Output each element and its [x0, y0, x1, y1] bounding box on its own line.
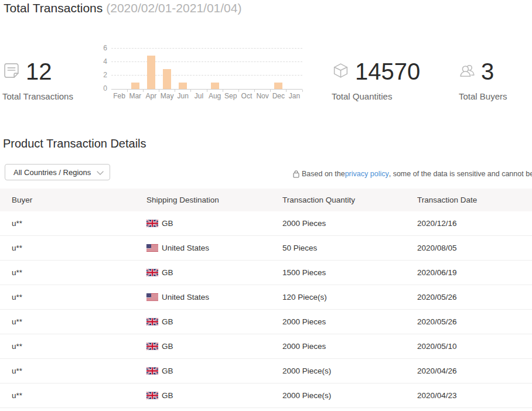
x-tick-label: Nov — [256, 92, 268, 100]
quantity-cell: 120 Piece(s) — [282, 293, 417, 302]
transactions-table: Buyer Shipping Destination Transaction Q… — [0, 189, 532, 408]
privacy-text-suffix: , some of the data is sensitive and cann… — [389, 170, 532, 178]
gb-flag-icon — [146, 220, 158, 227]
chart-plot: 0246FebMarAprMayJunJulAugSepOctNovDecJan — [111, 49, 302, 90]
stat-total-buyers: 3 Total Buyers — [459, 60, 507, 101]
bar-jun — [179, 83, 187, 90]
x-tick-label: May — [161, 92, 174, 100]
x-tick-label: Apr — [146, 92, 157, 100]
document-icon — [2, 61, 21, 82]
destination-cell: GB — [146, 268, 282, 277]
destination-label: GB — [162, 391, 173, 400]
gb-flag-icon — [146, 318, 158, 326]
stat-total-quantities: 14570 Total Quantities — [332, 60, 420, 101]
buyer-cell: u** — [12, 391, 146, 400]
x-tick-label: Dec — [272, 92, 285, 100]
privacy-notice: Based on the privacy policy , some of th… — [293, 169, 532, 179]
x-tick-label: Jul — [195, 92, 203, 100]
buyers-icon — [459, 62, 476, 81]
quantity-cell: 2000 Pieces — [282, 219, 417, 228]
gridline — [111, 48, 302, 49]
page-title-text: Total Transactions — [4, 1, 103, 15]
buyer-cell: u** — [12, 317, 146, 326]
y-tick-label: 6 — [103, 44, 107, 52]
chart-month-slot: Jun — [175, 49, 191, 89]
total-transactions-label: Total Transactions — [2, 91, 73, 101]
buyer-cell: u** — [12, 219, 146, 228]
date-cell: 2020/08/05 — [417, 244, 532, 252]
table-row: u** GB 2000 Piece(s) 2020/04/26 — [0, 359, 532, 383]
buyer-cell: u** — [12, 342, 146, 351]
chart-month-slot: Aug — [207, 49, 223, 89]
x-tick-label: Jun — [178, 92, 189, 100]
buyer-cell: u** — [12, 367, 146, 375]
buyer-cell: u** — [12, 244, 146, 252]
date-cell: 2020/04/23 — [417, 391, 532, 400]
table-row: u** GB 1500 Pieces 2020/06/19 — [0, 261, 532, 285]
y-tick-label: 4 — [103, 57, 107, 66]
table-row: u** GB 2000 Pieces 2020/05/26 — [0, 310, 532, 334]
date-cell: 2020/05/26 — [417, 317, 532, 326]
destination-cell: GB — [146, 367, 282, 375]
chart-month-slot: May — [159, 49, 175, 89]
chart-month-slot: Nov — [255, 49, 271, 89]
total-buyers-value: 3 — [481, 60, 494, 83]
chart-month-slot: Mar — [127, 49, 143, 89]
bar-apr — [147, 56, 155, 90]
table-row: u** GB 2000 Pieces 2020/05/10 — [0, 334, 532, 359]
total-buyers-label: Total Buyers — [459, 91, 507, 101]
col-header-destination: Shipping Destination — [146, 196, 282, 204]
x-tick-label: Jan — [289, 92, 300, 100]
y-tick-label: 2 — [103, 71, 107, 79]
quantity-cell: 1500 Pieces — [282, 268, 417, 277]
transactions-bar-chart: 0246FebMarAprMayJunJulAugSepOctNovDecJan — [98, 46, 302, 101]
gb-flag-icon — [146, 342, 158, 350]
destination-label: United States — [162, 293, 209, 302]
quantity-cell: 2000 Piece(s) — [282, 391, 417, 400]
privacy-policy-link[interactable]: privacy policy — [345, 170, 389, 178]
total-transactions-value: 12 — [26, 60, 52, 83]
destination-label: United States — [162, 244, 209, 252]
bar-may — [163, 69, 171, 90]
bar-mar — [131, 83, 139, 90]
destination-label: GB — [162, 317, 173, 326]
quantity-cell: 50 Pieces — [282, 244, 417, 252]
chart-month-slot: Feb — [111, 49, 127, 89]
chevron-down-icon — [97, 168, 104, 177]
x-tick-label: Sep — [224, 92, 237, 100]
destination-cell: United States — [146, 244, 282, 252]
page-title: Total Transactions(2020/02/01-2021/01/04… — [4, 1, 241, 15]
table-row: u** GB 2000 Pieces 2020/12/16 — [0, 211, 532, 236]
table-row: u** GB 2000 Piece(s) 2020/04/23 — [0, 383, 532, 408]
stat-total-transactions: 12 Total Transactions — [2, 60, 73, 101]
table-row: u** United States 120 Piece(s) 2020/05/2… — [0, 285, 532, 310]
destination-label: GB — [162, 219, 173, 228]
date-cell: 2020/12/16 — [417, 219, 532, 228]
x-tick-label: Mar — [129, 92, 141, 100]
gb-flag-icon — [146, 269, 158, 276]
us-flag-icon — [146, 244, 158, 252]
section-title: Product Transaction Details — [3, 137, 146, 150]
destination-label: GB — [162, 268, 173, 277]
chart-month-slot: Jan — [287, 49, 302, 89]
bar-dec — [274, 83, 282, 90]
chart-month-slot: Apr — [143, 49, 159, 89]
y-tick-label: 0 — [103, 84, 107, 93]
chart-month-slot: Sep — [223, 49, 238, 89]
total-quantities-label: Total Quantities — [332, 91, 420, 101]
x-tick-label: Oct — [241, 92, 253, 100]
destination-cell: United States — [146, 293, 282, 302]
col-header-quantity: Transaction Quantity — [282, 196, 417, 204]
country-filter-dropdown[interactable]: All Countries / Regions — [5, 164, 110, 180]
destination-cell: GB — [146, 342, 282, 351]
country-filter-value: All Countries / Regions — [13, 168, 91, 177]
destination-label: GB — [162, 342, 173, 351]
table-row: u** United States 50 Pieces 2020/08/05 — [0, 236, 532, 261]
us-flag-icon — [146, 293, 158, 301]
date-cell: 2020/06/19 — [417, 268, 532, 277]
x-tick-label: Aug — [209, 92, 221, 100]
package-icon — [332, 61, 350, 82]
destination-cell: GB — [146, 391, 282, 400]
date-cell: 2020/05/10 — [417, 342, 532, 351]
gb-flag-icon — [146, 367, 158, 375]
